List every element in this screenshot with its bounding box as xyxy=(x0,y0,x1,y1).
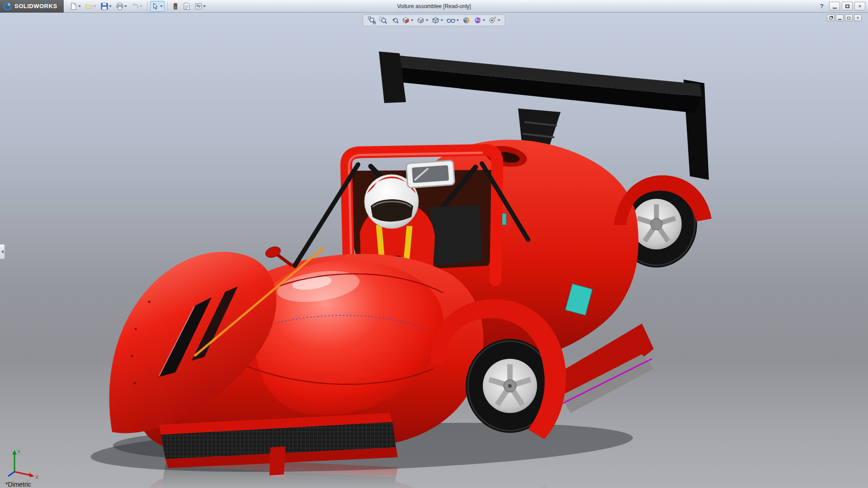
car-model[interactable] xyxy=(109,52,712,475)
display-style-cube-icon xyxy=(432,16,440,24)
dropdown-caret[interactable] xyxy=(109,5,112,7)
scene-sphere-icon xyxy=(474,16,482,24)
display-style-button[interactable] xyxy=(431,16,444,25)
sheet-properties-icon xyxy=(183,3,190,10)
dropdown-caret[interactable] xyxy=(498,19,500,21)
document-window-controls: × xyxy=(827,14,862,21)
window-title: Voiture assomblee [Read-only] xyxy=(397,3,471,9)
zoom-to-area-button[interactable] xyxy=(378,16,388,25)
doc-maximize-button[interactable] xyxy=(845,14,853,21)
new-document-button[interactable] xyxy=(68,1,83,12)
car-model-canvas[interactable] xyxy=(0,13,868,488)
restore-icon xyxy=(829,17,832,19)
help-button[interactable]: ? xyxy=(816,2,827,10)
dropdown-caret[interactable] xyxy=(78,5,81,7)
dropdown-caret[interactable] xyxy=(426,19,429,21)
feature-tree-collapse-tab[interactable] xyxy=(0,244,5,259)
dropdown-caret[interactable] xyxy=(203,5,206,7)
sheet-properties-button[interactable] xyxy=(181,1,192,12)
toolbar-separator xyxy=(167,2,168,11)
new-document-icon xyxy=(70,3,77,10)
view-orientation-cube-icon xyxy=(417,16,425,24)
headsup-view-toolbar xyxy=(363,14,505,26)
dropdown-caret[interactable] xyxy=(483,19,486,21)
minimize-icon xyxy=(838,19,841,20)
chevron-left-icon xyxy=(1,250,4,253)
zoom-to-fit-icon xyxy=(368,16,376,24)
zoom-to-area-icon xyxy=(379,16,387,24)
print-button[interactable] xyxy=(114,1,129,12)
maximize-icon xyxy=(847,17,850,19)
glasses-icon xyxy=(447,16,456,24)
previous-view-button[interactable] xyxy=(390,16,400,25)
edit-appearance-button[interactable] xyxy=(462,16,472,25)
maximize-button[interactable] xyxy=(842,2,853,10)
brand-text: SOLIDWORKS xyxy=(14,3,57,9)
maximize-icon xyxy=(845,5,849,8)
axis-x-label: X xyxy=(35,474,39,480)
open-button[interactable] xyxy=(84,1,98,12)
minimize-icon xyxy=(833,8,837,9)
zoom-to-fit-button[interactable] xyxy=(367,16,377,25)
undo-arrow-icon xyxy=(132,3,139,10)
close-button[interactable]: × xyxy=(854,2,865,10)
graphics-viewport[interactable]: × xyxy=(0,13,868,488)
view-settings-icon xyxy=(489,16,497,24)
dropdown-caret[interactable] xyxy=(94,5,96,7)
doc-close-button[interactable]: × xyxy=(854,14,862,21)
toolbar-separator xyxy=(147,2,147,11)
titlebar-window-controls: ? × xyxy=(816,2,868,10)
view-orientation-label: *Dimetric xyxy=(5,481,31,488)
apply-scene-button[interactable] xyxy=(473,16,486,25)
dropdown-caret[interactable] xyxy=(411,19,414,21)
print-icon xyxy=(116,3,123,10)
hide-show-items-button[interactable] xyxy=(446,16,460,25)
section-view-icon xyxy=(402,16,410,24)
doc-restore-button[interactable] xyxy=(827,14,835,21)
previous-view-icon xyxy=(391,16,399,24)
reference-triad: X Y xyxy=(5,448,41,480)
save-button[interactable] xyxy=(99,1,113,12)
minimize-button[interactable] xyxy=(829,2,840,10)
standard-toolbar xyxy=(68,1,208,12)
open-folder-icon xyxy=(85,3,93,10)
section-view-button[interactable] xyxy=(401,16,415,25)
rebuild-button[interactable] xyxy=(170,1,180,12)
dropdown-caret[interactable] xyxy=(124,5,127,7)
dassault-3ds-icon xyxy=(4,2,12,10)
dropdown-caret[interactable] xyxy=(441,19,443,21)
titlebar: SOLIDWORKS xyxy=(0,0,868,13)
rebuild-traffic-light-icon xyxy=(172,3,179,10)
appearance-sphere-icon xyxy=(462,16,471,24)
axis-y-label: Y xyxy=(17,449,21,455)
save-floppy-icon xyxy=(101,3,108,10)
options-button[interactable] xyxy=(193,1,208,12)
dropdown-caret[interactable] xyxy=(457,19,459,21)
options-icon xyxy=(195,3,202,10)
solidworks-logo: SOLIDWORKS xyxy=(0,0,64,13)
view-orientation-button[interactable] xyxy=(416,16,429,25)
select-cursor-icon xyxy=(152,3,159,10)
undo-button[interactable] xyxy=(130,1,144,12)
doc-minimize-button[interactable] xyxy=(836,14,844,21)
dropdown-caret[interactable] xyxy=(160,5,163,7)
view-settings-button[interactable] xyxy=(488,16,501,25)
dropdown-caret[interactable] xyxy=(140,5,142,7)
select-button[interactable] xyxy=(150,1,165,12)
